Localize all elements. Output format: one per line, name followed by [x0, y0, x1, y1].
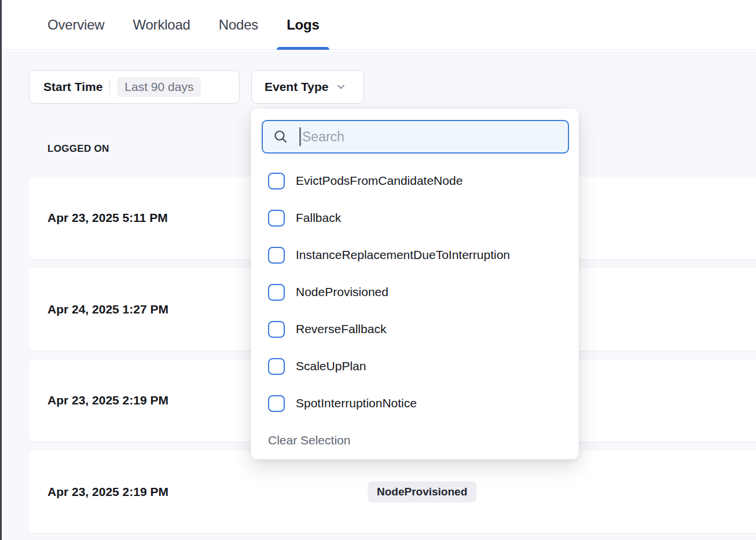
checkbox[interactable] — [268, 321, 285, 338]
logged-on-timestamp: Apr 23, 2025 2:19 PM — [47, 393, 168, 407]
logged-on-timestamp: Apr 23, 2025 2:19 PM — [47, 485, 168, 499]
logs-page: Overview Workload Nodes Logs Start Time … — [0, 0, 756, 540]
logged-on-timestamp: Apr 24, 2025 1:27 PM — [47, 302, 168, 316]
tab-logs-label: Logs — [287, 17, 320, 33]
tab-overview-label: Overview — [47, 17, 104, 33]
chevron-down-icon — [335, 81, 347, 93]
dropdown-options: EvictPodsFromCandidateNode Fallback Inst… — [251, 162, 578, 422]
dropdown-search-box[interactable] — [262, 120, 569, 154]
event-type-badge: NodeProvisioned — [368, 481, 476, 502]
dropdown-option-scaleupplan[interactable]: ScaleUpPlan — [251, 348, 578, 385]
dropdown-option-reversefallback[interactable]: ReverseFallback — [251, 311, 578, 348]
filter-divider — [109, 79, 110, 94]
tab-workload-label: Workload — [133, 17, 190, 33]
checkbox[interactable] — [268, 284, 285, 301]
dropdown-option-nodeprovisioned[interactable]: NodeProvisioned — [251, 273, 578, 311]
checkbox[interactable] — [268, 210, 285, 227]
window-edge — [0, 0, 2, 540]
dropdown-option-fallback[interactable]: Fallback — [251, 199, 578, 236]
option-label: SpotInterruptionNotice — [296, 396, 417, 410]
option-label: InstanceReplacementDueToInterruption — [296, 248, 510, 262]
event-type-dropdown: EvictPodsFromCandidateNode Fallback Inst… — [251, 108, 579, 459]
checkbox[interactable] — [268, 395, 285, 412]
option-label: EvictPodsFromCandidateNode — [296, 174, 463, 188]
dropdown-option-evictpodsfromcandidatenode[interactable]: EvictPodsFromCandidateNode — [251, 162, 578, 199]
start-time-filter-value: Last 90 days — [117, 77, 201, 97]
column-header-logged-on: LOGGED ON — [47, 143, 109, 155]
option-label: NodeProvisioned — [296, 285, 388, 299]
clear-selection-button[interactable]: Clear Selection — [268, 433, 350, 447]
checkbox[interactable] — [268, 358, 285, 375]
active-tab-indicator — [277, 47, 329, 50]
search-input[interactable] — [302, 129, 560, 145]
start-time-filter[interactable]: Start Time Last 90 days — [29, 70, 240, 104]
tab-logs[interactable]: Logs — [277, 0, 329, 49]
logs-content: Start Time Last 90 days Event Type LOGGE… — [2, 50, 756, 540]
option-label: Fallback — [296, 211, 341, 225]
event-type-filter-label: Event Type — [265, 80, 328, 94]
tab-nodes-label: Nodes — [219, 17, 258, 33]
dropdown-option-instancereplacementduetointerruption[interactable]: InstanceReplacementDueToInterruption — [251, 236, 578, 273]
search-icon — [273, 129, 289, 145]
checkbox[interactable] — [268, 173, 285, 189]
start-time-filter-label: Start Time — [43, 80, 102, 94]
tab-nodes[interactable]: Nodes — [209, 0, 268, 49]
text-caret — [299, 127, 301, 146]
tab-workload[interactable]: Workload — [123, 0, 200, 49]
table-row[interactable]: Apr 23, 2025 2:19 PM NodeProvisioned — [29, 451, 756, 533]
option-label: ReverseFallback — [296, 322, 386, 336]
dropdown-option-spotinterruptionnotice[interactable]: SpotInterruptionNotice — [251, 385, 578, 422]
option-label: ScaleUpPlan — [296, 359, 366, 373]
event-type-filter[interactable]: Event Type — [251, 70, 364, 104]
tab-overview[interactable]: Overview — [38, 0, 114, 49]
tab-bar: Overview Workload Nodes Logs — [2, 0, 756, 50]
logged-on-timestamp: Apr 23, 2025 5:11 PM — [47, 211, 168, 225]
checkbox[interactable] — [268, 247, 285, 264]
